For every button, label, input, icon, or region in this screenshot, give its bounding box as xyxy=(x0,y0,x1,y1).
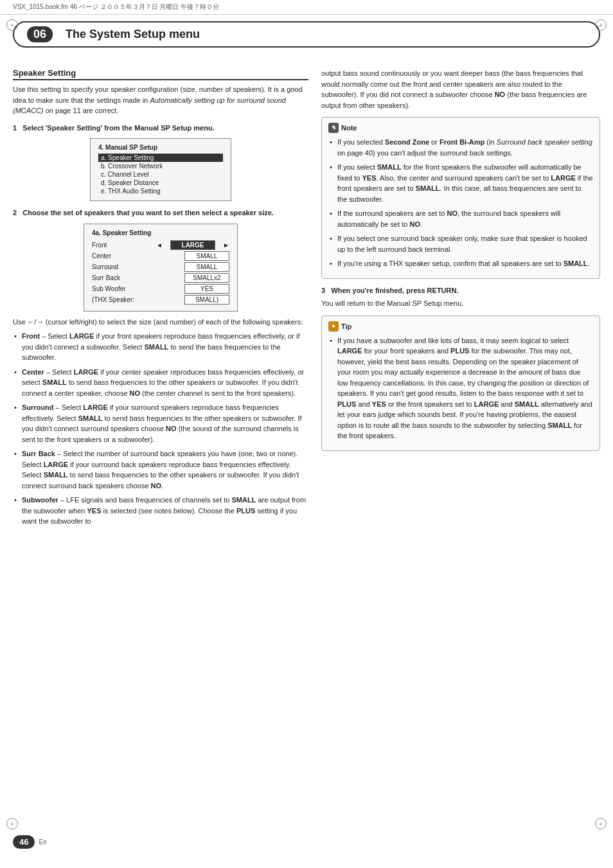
top-bar: VSX_1015.book.fm 46 ページ ２００５年３月７日 月曜日 午後… xyxy=(0,0,613,15)
reg-mark-bottom-left xyxy=(6,818,18,829)
chapter-header: 06 The System Setup menu xyxy=(13,21,600,48)
note-bullet-3: If the surround speakers are set to NO, … xyxy=(328,208,593,229)
left-column: Speaker Setting Use this setting to spec… xyxy=(13,58,308,531)
speaker-value-subwoofer: YES xyxy=(184,284,229,294)
speaker-row-center: Center SMALL xyxy=(92,251,229,261)
page-footer: 46 En xyxy=(13,835,47,849)
menu-item-channel-level: c. Channel Level xyxy=(98,170,223,179)
step3-heading: 3 When you're finished, press RETURN. xyxy=(321,285,600,296)
step1-heading: 1 Select 'Speaker Setting' from the Manu… xyxy=(13,123,308,134)
tip-bullets: If you have a subwoofer and like lots of… xyxy=(328,335,593,441)
tip-bullet-1: If you have a subwoofer and like lots of… xyxy=(328,335,593,441)
speaker-value-surround: SMALL xyxy=(184,262,229,272)
right-intro: output bass sound continuously or you wa… xyxy=(321,68,600,111)
speaker-row-surr-back: Surr Back SMALLx2 xyxy=(92,273,229,283)
speaker-label-surr-back: Surr Back xyxy=(92,274,150,281)
intro-paragraph: Use this setting to specify your speaker… xyxy=(13,84,308,116)
speaker-label-surround: Surround xyxy=(92,263,150,270)
tip-title: ✦ Tip xyxy=(328,321,593,332)
speaker-label-front: Front xyxy=(92,242,150,249)
speaker-box-title: 4a. Speaker Setting xyxy=(92,229,229,236)
step3-text: You will return to the Manual SP Setup m… xyxy=(321,298,600,309)
menu-item-speaker-distance: d. Speaker Distance xyxy=(98,179,223,187)
speaker-row-front: Front ◄ LARGE ► xyxy=(92,240,229,250)
menu-item-speaker-setting: a. Speaker Setting xyxy=(98,154,223,162)
chapter-title: The System Setup menu xyxy=(66,28,200,41)
reg-mark-top-right xyxy=(595,19,607,31)
note-bullets: If you selected Second Zone or Front Bi-… xyxy=(328,137,593,269)
bullet-surr-back: Surr Back – Select the number of surroun… xyxy=(13,448,308,491)
note-box: ✎ Note If you selected Second Zone or Fr… xyxy=(321,117,600,279)
arrow-right-front: ► xyxy=(223,242,229,249)
chapter-number: 06 xyxy=(27,26,53,42)
menu-item-crossover: b. Crossover Network xyxy=(98,162,223,170)
menu-title: 4. Manual SP Setup xyxy=(98,144,223,151)
speaker-value-thx: SMALL) xyxy=(184,295,229,305)
note-bullet-4: If you select one surround back speaker … xyxy=(328,233,593,254)
section-heading: Speaker Setting xyxy=(13,68,308,80)
menu-item-thx-audio: e. THX Audio Setting xyxy=(98,187,223,195)
speaker-value-center: SMALL xyxy=(184,251,229,261)
note-bullet-1: If you selected Second Zone or Front Bi-… xyxy=(328,137,593,158)
manual-sp-setup-menu: 4. Manual SP Setup a. Speaker Setting b.… xyxy=(90,138,231,201)
bullet-subwoofer: Subwoofer – LFE signals and bass frequen… xyxy=(13,495,308,527)
right-column: output bass sound continuously or you wa… xyxy=(321,58,600,531)
step2-heading: 2 Choose the set of speakers that you wa… xyxy=(13,208,308,218)
note-bullet-5: If you're using a THX speaker setup, con… xyxy=(328,258,593,269)
reg-mark-bottom-right xyxy=(595,818,607,829)
main-content: Speaker Setting Use this setting to spec… xyxy=(0,53,613,531)
speaker-setting-box: 4a. Speaker Setting Front ◄ LARGE ► Cent… xyxy=(84,224,238,312)
page-number: 46 xyxy=(13,835,35,849)
note-title: ✎ Note xyxy=(328,123,593,133)
tip-icon: ✦ xyxy=(328,321,339,332)
page-lang: En xyxy=(39,838,46,846)
speaker-row-surround: Surround SMALL xyxy=(92,262,229,272)
speaker-label-subwoofer: Sub Woofer xyxy=(92,285,150,292)
arrow-left-front: ◄ xyxy=(156,242,163,249)
speaker-label-thx: (THX Speaker: xyxy=(92,296,150,303)
bullet-center: Center – Select LARGE if your center spe… xyxy=(13,367,308,399)
bullet-front: Front – Select LARGE if your front speak… xyxy=(13,331,308,363)
speaker-label-center: Center xyxy=(92,252,150,260)
reg-mark-top-left xyxy=(6,19,18,31)
file-info: VSX_1015.book.fm 46 ページ ２００５年３月７日 月曜日 午後… xyxy=(13,3,219,12)
speaker-value-surr-back: SMALLx2 xyxy=(184,273,229,283)
tip-box: ✦ Tip If you have a subwoofer and like l… xyxy=(321,315,600,451)
cursor-text: Use ←/→ (cursor left/right) to select th… xyxy=(13,317,308,328)
note-bullet-2: If you select SMALL for the front speake… xyxy=(328,162,593,204)
bullet-surround: Surround – Select LARGE if your surround… xyxy=(13,402,308,445)
speaker-row-thx: (THX Speaker: SMALL) xyxy=(92,295,229,305)
speaker-row-subwoofer: Sub Woofer YES xyxy=(92,284,229,294)
speaker-value-front: LARGE xyxy=(170,240,215,250)
note-icon: ✎ xyxy=(328,123,339,133)
speaker-bullets: Front – Select LARGE if your front speak… xyxy=(13,331,308,527)
